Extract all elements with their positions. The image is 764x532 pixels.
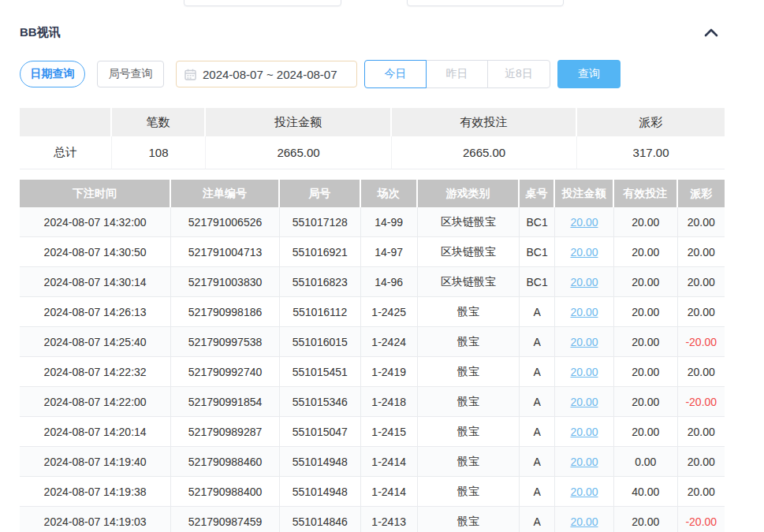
cell-valid-bet: 20.00 [614,357,677,387]
section-title: BB视讯 [20,25,61,40]
cell-payout: 20.00 [678,417,725,447]
summary-header-empty [20,108,112,136]
yesterday-button[interactable]: 昨日 [426,60,488,88]
cell-bet-amount: 20.00 [555,447,614,477]
table-row: 2024-08-07 14:19:03521790987459551014846… [20,507,725,532]
cell-order-no: 521791004713 [171,237,280,267]
col-header-table-no: 桌号 [520,180,555,207]
col-header-session: 场次 [361,180,418,207]
today-button[interactable]: 今日 [364,60,427,88]
cell-time: 2024-08-07 14:20:14 [20,417,171,447]
cell-time: 2024-08-07 14:30:50 [20,237,171,267]
bet-amount-link[interactable]: 20.00 [570,306,598,318]
cell-order-no: 521790987459 [171,507,280,532]
cell-valid-bet: 20.00 [614,507,677,532]
cell-session: 1-2419 [361,357,418,387]
cell-session: 1-2414 [361,477,418,507]
cell-round-no: 551017128 [280,207,361,237]
date-query-tab[interactable]: 日期查询 [20,61,85,87]
cell-game-type: 骰宝 [418,297,520,327]
date-range-picker[interactable]: 2024-08-07 ~ 2024-08-07 [176,61,357,87]
col-header-time: 下注时间 [20,180,171,207]
table-row: 2024-08-07 14:22:00521790991854551015346… [20,387,725,417]
cell-valid-bet: 20.00 [614,297,677,327]
records-table: 下注时间 注单编号 局号 场次 游戏类别 桌号 投注金额 有效投注 派彩 202… [20,180,725,532]
cell-time: 2024-08-07 14:22:32 [20,357,171,387]
bet-amount-link[interactable]: 20.00 [570,276,598,288]
bet-amount-link[interactable]: 20.00 [570,336,598,348]
col-header-order-no: 注单编号 [171,180,280,207]
bet-amount-link[interactable]: 20.00 [570,216,598,229]
cell-session: 1-2413 [361,507,418,532]
cell-time: 2024-08-07 14:25:40 [20,327,171,357]
cell-bet-amount: 20.00 [555,267,614,297]
cell-round-no: 551014948 [280,447,361,477]
bet-amount-link[interactable]: 20.00 [570,246,598,259]
bet-amount-link[interactable]: 20.00 [570,366,598,378]
cell-game-type: 区块链骰宝 [418,267,520,297]
records-body: 2024-08-07 14:32:00521791006526551017128… [20,207,725,532]
records-header-row: 下注时间 注单编号 局号 场次 游戏类别 桌号 投注金额 有效投注 派彩 [20,180,725,207]
cell-valid-bet: 20.00 [614,327,677,357]
cell-payout: 20.00 [678,267,725,297]
cell-payout: -20.00 [678,327,725,357]
quick-range-group: 今日 昨日 近8日 [364,60,550,88]
cell-payout: -20.00 [678,507,725,532]
cell-payout: -20.00 [678,387,725,417]
table-row: 2024-08-07 14:30:14521791003830551016823… [20,267,725,297]
cell-game-type: 区块链骰宝 [418,207,520,237]
cell-round-no: 551016823 [280,267,361,297]
table-row: 2024-08-07 14:19:38521790988400551014948… [20,477,725,507]
cell-session: 14-96 [361,267,418,297]
bet-amount-link[interactable]: 20.00 [570,515,598,528]
table-row: 2024-08-07 14:26:13521790998186551016112… [20,297,725,327]
chevron-up-icon [704,26,718,40]
bet-amount-link[interactable]: 20.00 [570,456,598,468]
cell-order-no: 521790989287 [171,417,280,447]
bet-amount-link[interactable]: 20.00 [570,426,598,438]
cell-order-no: 521791006526 [171,207,280,237]
summary-total-payout: 317.00 [577,136,725,169]
cell-valid-bet: 20.00 [614,417,677,447]
cell-order-no: 521790991854 [171,387,280,417]
cell-payout: 20.00 [678,207,725,237]
cell-order-no: 521790988460 [171,447,280,477]
cell-bet-amount: 20.00 [555,507,614,532]
last-8-days-button[interactable]: 近8日 [487,60,550,88]
round-query-tab[interactable]: 局号查询 [97,61,164,87]
cell-time: 2024-08-07 14:19:03 [20,507,171,532]
cell-table-no: A [520,447,555,477]
cell-valid-bet: 40.00 [614,477,677,507]
bet-amount-link[interactable]: 20.00 [570,396,598,408]
summary-total-row: 总计 108 2665.00 2665.00 317.00 [20,136,725,169]
cell-time: 2024-08-07 14:30:14 [20,267,171,297]
cell-payout: 20.00 [678,297,725,327]
collapse-section-button[interactable] [704,26,718,40]
cell-bet-amount: 20.00 [555,207,614,237]
cell-bet-amount: 20.00 [555,327,614,357]
bet-amount-link[interactable]: 20.00 [570,485,598,498]
cell-session: 1-2424 [361,327,418,357]
cell-game-type: 骰宝 [418,387,520,417]
table-row: 2024-08-07 14:22:32521790992740551015451… [20,357,725,387]
cell-game-type: 骰宝 [418,327,520,357]
cell-table-no: A [520,507,555,532]
cell-table-no: A [520,327,555,357]
cell-round-no: 551014948 [280,477,361,507]
cell-session: 1-2415 [361,417,418,447]
cell-bet-amount: 20.00 [555,417,614,447]
partial-input-box-1[interactable] [184,0,341,6]
cell-payout: 20.00 [678,477,725,507]
cell-round-no: 551015451 [280,357,361,387]
cell-bet-amount: 20.00 [555,357,614,387]
search-button[interactable]: 查询 [557,60,621,88]
cell-game-type: 骰宝 [418,417,520,447]
cell-game-type: 骰宝 [418,507,520,532]
summary-header-valid-bet: 有效投注 [392,108,577,136]
cell-round-no: 551016921 [280,237,361,267]
col-header-bet-amount: 投注金额 [555,180,614,207]
cell-round-no: 551015346 [280,387,361,417]
partial-input-box-2[interactable] [407,0,564,6]
col-header-payout: 派彩 [678,180,725,207]
table-row: 2024-08-07 14:20:14521790989287551015047… [20,417,725,447]
